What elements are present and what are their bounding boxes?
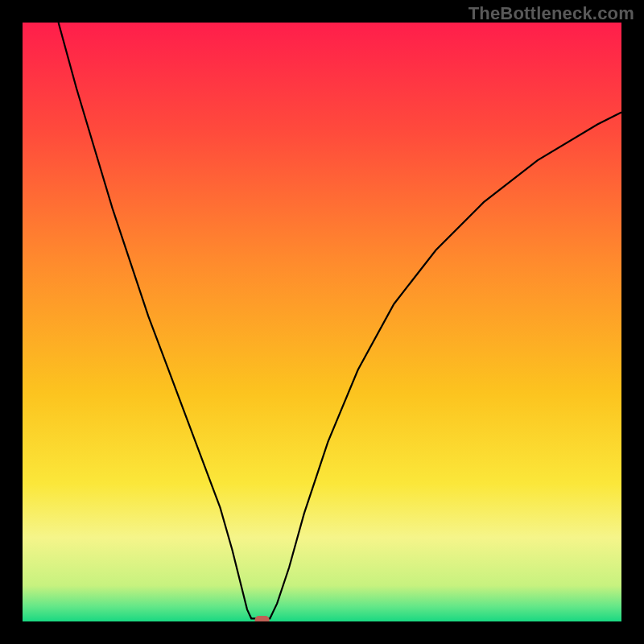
gradient-background bbox=[23, 23, 621, 621]
plot-area bbox=[23, 23, 621, 621]
watermark-text: TheBottleneck.com bbox=[469, 3, 634, 24]
chart-svg bbox=[23, 23, 621, 621]
chart-frame: TheBottleneck.com bbox=[0, 0, 644, 644]
optimal-marker bbox=[255, 616, 270, 621]
